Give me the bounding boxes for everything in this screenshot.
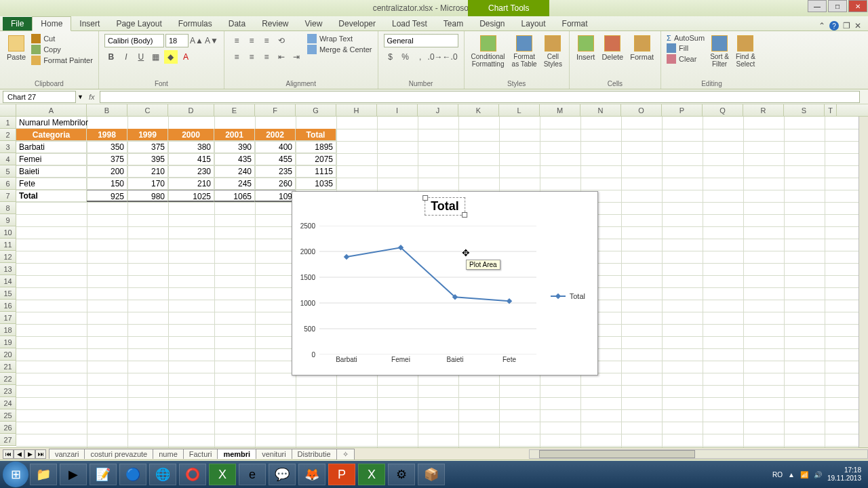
cell[interactable]: 1065 xyxy=(214,190,255,202)
cell[interactable]: 2002 xyxy=(255,129,296,141)
tab-nav-first[interactable]: ⏮ xyxy=(3,449,14,459)
cell[interactable]: 200 xyxy=(87,165,127,178)
underline-button[interactable]: U xyxy=(134,50,148,64)
sort-filter-button[interactable]: Sort & Filter xyxy=(709,34,730,69)
cell[interactable]: 435 xyxy=(214,153,255,165)
grow-font-button[interactable]: A▲ xyxy=(190,34,203,47)
clear-button[interactable]: Clear xyxy=(667,54,705,64)
taskbar-firefox-icon[interactable]: 🦊 xyxy=(298,464,326,485)
taskbar-chrome-icon[interactable]: ⭕ xyxy=(179,464,206,485)
fx-icon[interactable]: fx xyxy=(89,93,95,101)
autosum-button[interactable]: ΣAutoSum xyxy=(667,34,705,42)
sheet-tab[interactable]: vanzari xyxy=(49,449,85,459)
cell[interactable]: 925 xyxy=(87,190,127,202)
row-header[interactable]: 16 xyxy=(0,300,16,312)
tab-layout[interactable]: Layout xyxy=(513,17,554,30)
sheet-tab[interactable]: venituri xyxy=(256,449,292,459)
font-color-button[interactable]: A xyxy=(179,50,193,64)
sheet-tab[interactable]: Facturi xyxy=(183,449,218,459)
col-header[interactable]: K xyxy=(458,104,499,116)
cell[interactable]: Categoria xyxy=(16,129,87,141)
cell[interactable]: 350 xyxy=(87,141,127,153)
cell[interactable]: 1998 xyxy=(87,129,127,141)
col-header[interactable]: Q xyxy=(703,104,743,116)
tab-team[interactable]: Team xyxy=(435,17,471,30)
cell[interactable]: 109 xyxy=(255,190,296,202)
row-header[interactable]: 9 xyxy=(0,214,16,226)
cut-button[interactable]: Cut xyxy=(31,34,93,43)
row-header[interactable]: 22 xyxy=(0,373,16,385)
chart-title[interactable]: Total xyxy=(425,197,465,216)
align-bottom-button[interactable]: ≡ xyxy=(260,34,273,47)
col-header[interactable]: I xyxy=(377,104,418,116)
worksheet-grid[interactable]: A B C D E F G H I J K L M N O P Q R S T … xyxy=(0,104,868,447)
tab-home[interactable]: Home xyxy=(32,16,71,31)
row-header[interactable]: 7 xyxy=(0,190,16,202)
indent-increase-button[interactable]: ⇥ xyxy=(290,50,303,64)
col-header[interactable]: S xyxy=(784,104,825,116)
row-header[interactable]: 27 xyxy=(0,434,16,446)
cell[interactable]: 210 xyxy=(127,165,168,178)
row-header[interactable]: 24 xyxy=(0,397,16,409)
taskbar-app-icon[interactable]: 📝 xyxy=(90,464,117,485)
tab-load-test[interactable]: Load Test xyxy=(384,17,435,30)
sheet-tab[interactable]: costuri prevazute xyxy=(84,449,153,459)
cell[interactable]: Total xyxy=(296,129,336,141)
minimize-button[interactable]: — xyxy=(808,0,827,12)
namebox-dropdown-icon[interactable]: ▼ xyxy=(77,94,83,100)
taskbar-explorer-icon[interactable]: 📁 xyxy=(30,464,57,485)
shrink-font-button[interactable]: A▼ xyxy=(205,34,218,47)
tab-nav-last[interactable]: ⏭ xyxy=(35,449,46,459)
cell[interactable]: 245 xyxy=(214,178,255,190)
maximize-button[interactable]: □ xyxy=(828,0,847,12)
cell[interactable]: 235 xyxy=(255,165,296,178)
cell[interactable]: 375 xyxy=(127,141,168,153)
tab-developer[interactable]: Developer xyxy=(330,17,384,30)
cell[interactable]: Barbati xyxy=(16,141,87,153)
cell[interactable]: 150 xyxy=(87,178,127,190)
tab-formulas[interactable]: Formulas xyxy=(170,17,220,30)
cell[interactable]: 260 xyxy=(255,178,296,190)
select-all-corner[interactable] xyxy=(0,104,16,116)
tab-nav-next[interactable]: ▶ xyxy=(24,449,35,459)
row-header[interactable]: 17 xyxy=(0,312,16,324)
cell[interactable]: 1035 xyxy=(296,178,336,190)
align-center-button[interactable]: ≡ xyxy=(245,50,258,64)
vertical-scrollbar[interactable] xyxy=(859,117,868,447)
cell[interactable]: 395 xyxy=(127,153,168,165)
taskbar-app-icon[interactable]: 💬 xyxy=(269,464,296,485)
col-header[interactable]: M xyxy=(540,104,580,116)
sheet-tab[interactable]: Distributie xyxy=(292,449,337,459)
embedded-chart[interactable]: Total 05001000150020002500 BarbatiFemeiB… xyxy=(292,191,598,375)
cell[interactable]: Femei xyxy=(16,153,87,165)
align-middle-button[interactable]: ≡ xyxy=(245,34,258,47)
tab-review[interactable]: Review xyxy=(254,17,296,30)
row-header[interactable]: 14 xyxy=(0,275,16,287)
col-header[interactable]: C xyxy=(127,104,168,116)
align-right-button[interactable]: ≡ xyxy=(260,50,273,64)
row-header[interactable]: 8 xyxy=(0,202,16,214)
merge-center-button[interactable]: Merge & Center xyxy=(307,45,372,54)
comma-button[interactable]: , xyxy=(414,50,427,64)
taskbar-app-icon[interactable]: 🌐 xyxy=(149,464,176,485)
tab-page-layout[interactable]: Page Layout xyxy=(108,17,170,30)
cell[interactable]: 390 xyxy=(214,141,255,153)
taskbar-ie-icon[interactable]: e xyxy=(239,464,266,485)
cell[interactable]: Fete xyxy=(16,178,87,190)
col-header[interactable]: T xyxy=(825,104,837,116)
align-left-button[interactable]: ≡ xyxy=(230,50,243,64)
tab-data[interactable]: Data xyxy=(220,17,254,30)
cell[interactable]: 2075 xyxy=(296,153,336,165)
cell[interactable]: 230 xyxy=(168,165,214,178)
row-header[interactable]: 13 xyxy=(0,263,16,275)
taskbar-media-icon[interactable]: ▶ xyxy=(60,464,87,485)
wrap-text-button[interactable]: Wrap Text xyxy=(307,34,372,43)
row-header[interactable]: 15 xyxy=(0,287,16,300)
delete-cells-button[interactable]: Delete xyxy=(600,34,625,62)
col-header[interactable]: L xyxy=(499,104,540,116)
tray-lang[interactable]: RO xyxy=(772,471,783,479)
cell[interactable]: 380 xyxy=(168,141,214,153)
cell[interactable]: 2001 xyxy=(214,129,255,141)
col-header[interactable]: F xyxy=(255,104,296,116)
row-header[interactable]: 20 xyxy=(0,348,16,361)
